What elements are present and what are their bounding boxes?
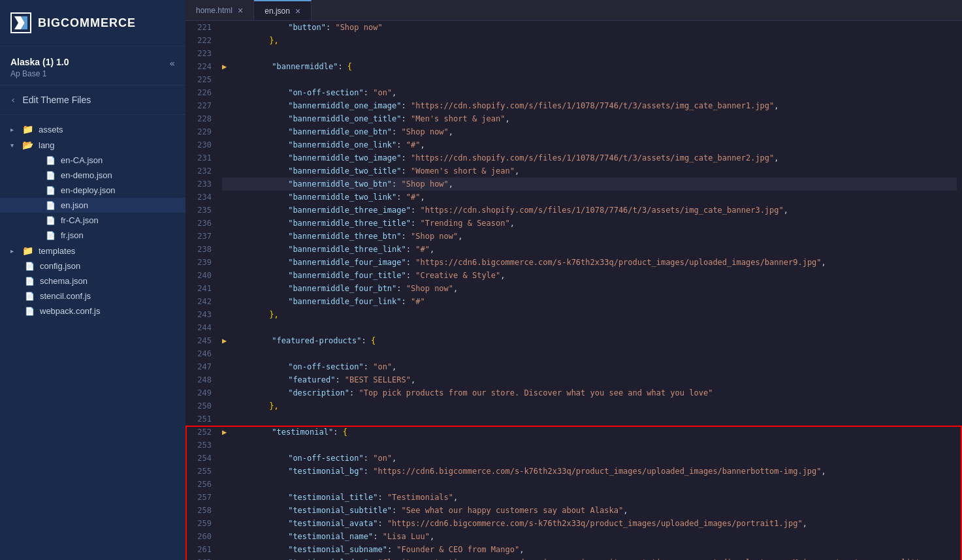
tab-label: en.json — [265, 7, 290, 16]
line-number: 261 — [191, 543, 212, 556]
line-number: 231 — [191, 151, 212, 164]
line-number: 246 — [191, 347, 212, 360]
code-line: "bannermiddle_two_image": "https://cdn.s… — [222, 151, 957, 164]
line-spacer — [222, 23, 231, 32]
line-number: 230 — [191, 138, 212, 151]
line-spacer — [222, 284, 231, 293]
line-spacer — [222, 206, 231, 215]
code-line: }, — [222, 308, 957, 321]
line-number: 225 — [191, 73, 212, 86]
line-number: 262 — [191, 556, 212, 560]
line-spacer — [222, 506, 231, 515]
file-icon: 📄 — [25, 307, 35, 316]
tab-label: home.html — [196, 6, 232, 15]
arrow-marker: ▶ — [222, 428, 231, 437]
line-number: 255 — [191, 465, 212, 478]
line-spacer — [222, 36, 231, 45]
line-number: 232 — [191, 164, 212, 178]
sidebar-header: BIGCOMMERCE — [0, 0, 185, 46]
code-line: "testimonial_avata": "https://cdn6.bigco… — [222, 517, 957, 530]
line-spacer — [222, 414, 231, 424]
code-line — [222, 347, 957, 360]
tree-item-en-deploy.json[interactable]: 📄en-deploy.json — [0, 183, 185, 198]
tabs-bar: home.html×en.json× — [185, 0, 962, 21]
line-spacer — [222, 75, 231, 84]
line-spacer — [222, 166, 231, 176]
edit-theme-section[interactable]: ‹ Edit Theme Files — [0, 86, 185, 115]
file-icon: 📄 — [46, 216, 56, 225]
tree-item-fr-CA.json[interactable]: 📄fr-CA.json — [0, 213, 185, 228]
tree-item-config.json[interactable]: 📄config.json — [0, 258, 185, 273]
code-line: "featured": "BEST SELLERS", — [222, 373, 957, 386]
tree-item-lang[interactable]: ▾📂lang — [0, 137, 185, 153]
file-icon: 📄 — [46, 231, 56, 240]
line-spacer — [222, 532, 231, 541]
tree-item-webpack.conf.js[interactable]: 📄webpack.conf.js — [0, 303, 185, 319]
file-icon: 📄 — [25, 262, 35, 271]
code-line: "bannermiddle_one_link": "#", — [222, 138, 957, 151]
code-line: "bannermiddle_two_link": "#", — [222, 191, 957, 204]
code-line — [222, 439, 957, 452]
line-spacer — [222, 127, 231, 136]
code-line — [222, 73, 957, 86]
collapse-button[interactable]: « — [170, 58, 175, 69]
tree-item-fr.json[interactable]: 📄fr.json — [0, 228, 185, 243]
tree-item-assets[interactable]: ▸📁assets — [0, 121, 185, 137]
code-line: "bannermiddle_one_title": "Men's short &… — [222, 112, 957, 125]
code-line: "testimonial_bg": "https://cdn6.bigcomme… — [222, 465, 957, 478]
project-info: Alaska (1) 1.0 Ap Base 1 — [10, 57, 170, 78]
tab-close-icon[interactable]: × — [238, 6, 243, 15]
project-name: Alaska (1) 1.0 — [10, 57, 170, 67]
code-line: "description": "Top pick products from o… — [222, 386, 957, 399]
folder-arrow-icon: ▸ — [10, 126, 17, 133]
code-line: "bannermiddle_four_btn": "Shop now", — [222, 282, 957, 295]
tree-item-en.json[interactable]: 📄en.json — [0, 198, 185, 213]
tab-home.html[interactable]: home.html× — [185, 0, 254, 20]
line-spacer — [222, 493, 231, 502]
line-spacer — [222, 258, 231, 267]
tree-item-schema.json[interactable]: 📄schema.json — [0, 273, 185, 288]
sidebar: BIGCOMMERCE Alaska (1) 1.0 Ap Base 1 « ‹… — [0, 0, 185, 560]
line-spacer — [222, 193, 231, 202]
line-numbers: 2212222232242252262272282292302312322332… — [185, 21, 217, 560]
code-line: }, — [222, 399, 957, 412]
code-content: 2212222232242252262272282292302312322332… — [185, 21, 962, 560]
code-line: "bannermiddle_three_link": "#", — [222, 243, 957, 256]
tree-item-label: fr.json — [61, 230, 84, 240]
line-spacer — [222, 153, 231, 163]
code-line: ▶ "bannermiddle": { — [222, 60, 957, 73]
line-spacer — [222, 323, 231, 332]
edit-theme-label: Edit Theme Files — [22, 95, 91, 105]
code-editor[interactable]: 2212222232242252262272282292302312322332… — [185, 21, 962, 560]
tab-close-icon[interactable]: × — [295, 7, 300, 16]
line-spacer — [222, 480, 231, 489]
tree-item-en-CA.json[interactable]: 📄en-CA.json — [0, 153, 185, 168]
code-line — [222, 47, 957, 60]
tree-item-templates[interactable]: ▸📁templates — [0, 243, 185, 258]
line-spacer — [222, 454, 231, 463]
line-spacer — [222, 375, 231, 384]
code-line: "bannermiddle_two_btn": "Shop how", — [222, 178, 957, 191]
tree-item-stencil.conf.js[interactable]: 📄stencil.conf.js — [0, 288, 185, 303]
line-number: 236 — [191, 217, 212, 230]
tree-item-label: en.json — [61, 200, 88, 210]
folder-arrow-icon: ▸ — [10, 247, 17, 255]
tab-en.json[interactable]: en.json× — [254, 0, 312, 20]
line-number: 233 — [191, 178, 212, 191]
code-line: "testimonial_des": "Claritas est etiam p… — [222, 556, 957, 560]
folder-arrow-icon: ▾ — [10, 142, 17, 149]
line-spacer — [222, 88, 231, 97]
line-number: 258 — [191, 504, 212, 517]
code-line: "testimonial_subtitle": "See what our ha… — [222, 504, 957, 517]
line-spacer — [222, 545, 231, 554]
tree-item-en-demo.json[interactable]: 📄en-demo.json — [0, 168, 185, 183]
line-spacer — [222, 297, 231, 306]
line-number: 253 — [191, 439, 212, 452]
line-spacer — [222, 362, 231, 371]
arrow-marker: ▶ — [222, 336, 231, 345]
file-tree: ▸📁assets▾📂lang📄en-CA.json📄en-demo.json📄e… — [0, 115, 185, 560]
code-line: "bannermiddle_three_btn": "Shop now", — [222, 230, 957, 243]
line-number: 248 — [191, 373, 212, 386]
line-number: 250 — [191, 399, 212, 412]
line-spacer — [222, 49, 231, 58]
